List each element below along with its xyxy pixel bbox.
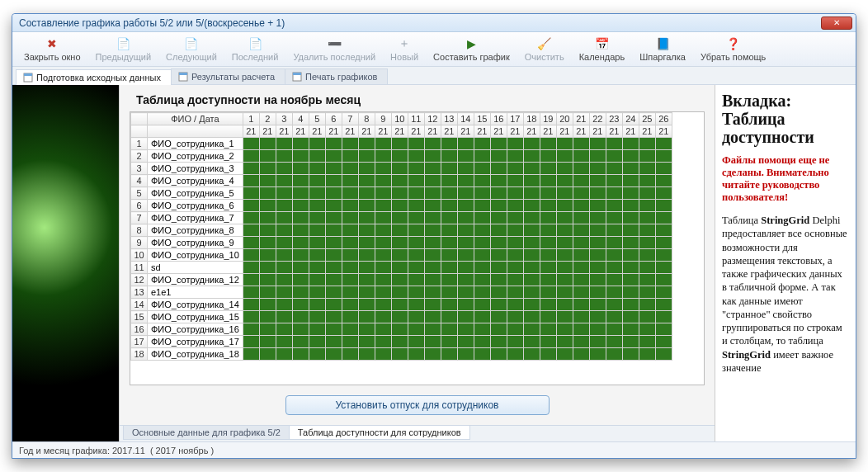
availability-cell[interactable] <box>606 187 622 200</box>
availability-cell[interactable] <box>259 163 276 175</box>
availability-cell[interactable] <box>589 150 606 163</box>
availability-cell[interactable] <box>474 200 490 212</box>
availability-cell[interactable] <box>457 249 474 262</box>
availability-cell[interactable] <box>375 348 391 361</box>
availability-cell[interactable] <box>523 323 540 336</box>
toolbar-remove-help[interactable]: ❓Убрать помощь <box>694 35 772 64</box>
availability-cell[interactable] <box>325 286 342 299</box>
availability-cell[interactable] <box>375 274 391 286</box>
availability-cell[interactable] <box>358 187 375 200</box>
availability-cell[interactable] <box>292 150 309 163</box>
availability-cell[interactable] <box>523 200 540 212</box>
titlebar[interactable]: Составление графика работы 5/2 или 5/(во… <box>12 14 856 32</box>
availability-cell[interactable] <box>457 138 474 150</box>
availability-cell[interactable] <box>243 274 259 286</box>
availability-cell[interactable] <box>309 212 325 224</box>
availability-cell[interactable] <box>358 311 375 323</box>
availability-cell[interactable] <box>342 200 358 212</box>
availability-cell[interactable] <box>276 237 292 249</box>
availability-cell[interactable] <box>309 187 325 200</box>
availability-cell[interactable] <box>342 138 358 150</box>
availability-cell[interactable] <box>474 323 490 336</box>
availability-cell[interactable] <box>375 212 391 224</box>
availability-cell[interactable] <box>342 150 358 163</box>
availability-cell[interactable] <box>622 286 639 299</box>
availability-cell[interactable] <box>424 348 441 361</box>
availability-cell[interactable] <box>639 299 655 311</box>
availability-cell[interactable] <box>441 311 457 323</box>
availability-cell[interactable] <box>474 262 490 274</box>
grid-scroll[interactable]: ФИО / Дата123456789101112131415161718192… <box>130 112 704 385</box>
availability-cell[interactable] <box>358 323 375 336</box>
availability-cell[interactable] <box>573 311 589 323</box>
availability-cell[interactable] <box>589 336 606 348</box>
availability-cell[interactable] <box>457 212 474 224</box>
availability-cell[interactable] <box>424 237 441 249</box>
availability-cell[interactable] <box>606 311 622 323</box>
availability-cell[interactable] <box>589 286 606 299</box>
availability-cell[interactable] <box>507 200 523 212</box>
availability-cell[interactable] <box>325 311 342 323</box>
availability-cell[interactable] <box>391 187 408 200</box>
availability-cell[interactable] <box>424 163 441 175</box>
availability-cell[interactable] <box>457 311 474 323</box>
availability-cell[interactable] <box>490 212 507 224</box>
availability-cell[interactable] <box>540 336 556 348</box>
availability-cell[interactable] <box>243 212 259 224</box>
availability-cell[interactable] <box>540 311 556 323</box>
availability-cell[interactable] <box>408 336 424 348</box>
availability-cell[interactable] <box>639 286 655 299</box>
availability-cell[interactable] <box>639 311 655 323</box>
availability-cell[interactable] <box>342 224 358 237</box>
availability-cell[interactable] <box>259 336 276 348</box>
availability-cell[interactable] <box>573 286 589 299</box>
availability-cell[interactable] <box>523 262 540 274</box>
availability-cell[interactable] <box>540 274 556 286</box>
availability-cell[interactable] <box>391 212 408 224</box>
availability-cell[interactable] <box>507 187 523 200</box>
availability-cell[interactable] <box>589 311 606 323</box>
availability-cell[interactable] <box>639 237 655 249</box>
availability-cell[interactable] <box>606 249 622 262</box>
availability-cell[interactable] <box>639 138 655 150</box>
availability-cell[interactable] <box>655 150 672 163</box>
availability-cell[interactable] <box>474 311 490 323</box>
availability-cell[interactable] <box>292 249 309 262</box>
availability-cell[interactable] <box>309 336 325 348</box>
availability-cell[interactable] <box>424 175 441 187</box>
availability-cell[interactable] <box>424 323 441 336</box>
availability-cell[interactable] <box>243 348 259 361</box>
availability-cell[interactable] <box>325 336 342 348</box>
availability-cell[interactable] <box>639 224 655 237</box>
availability-cell[interactable] <box>556 237 573 249</box>
availability-cell[interactable] <box>589 348 606 361</box>
availability-cell[interactable] <box>243 262 259 274</box>
availability-cell[interactable] <box>309 262 325 274</box>
availability-cell[interactable] <box>292 163 309 175</box>
availability-cell[interactable] <box>441 262 457 274</box>
availability-cell[interactable] <box>424 249 441 262</box>
availability-cell[interactable] <box>622 212 639 224</box>
employee-name[interactable]: ФИО_сотрудника_10 <box>148 249 243 262</box>
availability-cell[interactable] <box>457 187 474 200</box>
availability-cell[interactable] <box>441 286 457 299</box>
availability-cell[interactable] <box>507 274 523 286</box>
availability-cell[interactable] <box>523 286 540 299</box>
tab-src[interactable]: Подготовка исходных данных <box>16 69 172 85</box>
availability-cell[interactable] <box>507 286 523 299</box>
availability-cell[interactable] <box>655 175 672 187</box>
availability-cell[interactable] <box>655 286 672 299</box>
availability-cell[interactable] <box>276 348 292 361</box>
availability-cell[interactable] <box>441 323 457 336</box>
availability-cell[interactable] <box>556 286 573 299</box>
availability-cell[interactable] <box>259 348 276 361</box>
availability-cell[interactable] <box>589 237 606 249</box>
availability-cell[interactable] <box>589 187 606 200</box>
employee-name[interactable]: ФИО_сотрудника_8 <box>148 224 243 237</box>
availability-cell[interactable] <box>408 237 424 249</box>
availability-cell[interactable] <box>639 323 655 336</box>
availability-cell[interactable] <box>424 200 441 212</box>
availability-cell[interactable] <box>556 299 573 311</box>
availability-cell[interactable] <box>474 150 490 163</box>
availability-cell[interactable] <box>325 262 342 274</box>
